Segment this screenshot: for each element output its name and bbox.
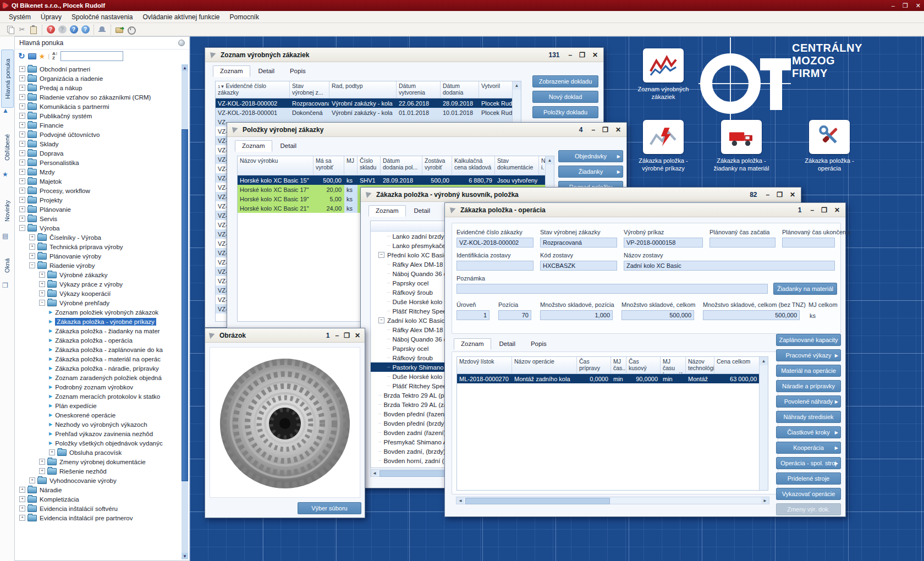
column-header-mzdov-l-stok[interactable]: Mzdový lístok: [457, 357, 512, 373]
menu-search-input[interactable]: [61, 51, 123, 61]
close-button[interactable]: ✕: [355, 332, 360, 339]
column-header-kalkula-n[interactable]: Kalkulačná cena skladová: [452, 156, 495, 175]
tree-expander-icon[interactable]: +: [19, 487, 25, 493]
tree-expander-icon[interactable]: +: [19, 94, 25, 100]
operation-button-materi-l-na-oper-cie[interactable]: Materiál na operácie: [776, 365, 841, 377]
tree-expander-icon[interactable]: +: [19, 160, 25, 166]
sidebar-item-v-robn-preh-ady[interactable]: −Výrobné prehľady: [16, 298, 180, 307]
sidebar-item-majetok[interactable]: +Majetok: [16, 177, 180, 186]
order-row[interactable]: VZ-KOL-2018-000001DokončenáVýrobní zakáz…: [216, 108, 521, 117]
window-title-bar[interactable]: Zoznam výrobných zákaziek 131 – ❐ ✕: [205, 48, 603, 62]
sidebar-item-publika-n-syst-m[interactable]: +Publikačný systém: [16, 111, 180, 120]
field-v-robn-pr-kaz[interactable]: VP-2018-0000158: [624, 238, 703, 248]
tree-expander-icon[interactable]: +: [19, 515, 25, 521]
tree-expander-icon[interactable]: +: [19, 178, 25, 184]
tree-expander-icon[interactable]: +: [19, 85, 25, 91]
side-tab-novinky[interactable]: Novinky: [1, 189, 13, 232]
tree-expander-icon[interactable]: +: [19, 216, 25, 222]
sidebar-item-doprava[interactable]: +Doprava: [16, 148, 180, 158]
column-header-eviden-n-slo[interactable]: 1▼Evidenčné číslo zákazky: [216, 81, 290, 98]
sidebar-item-procesy-workflow[interactable]: +Procesy, workflow: [16, 186, 180, 195]
orders-tab-detail[interactable]: Detail: [251, 65, 282, 77]
table-vertical-scrollbar[interactable]: ▲: [759, 357, 768, 490]
bom-collapse-icon[interactable]: −: [378, 317, 384, 323]
sidebar-item-polo-ky-v-etk-ch-objedn-vok-vydan-c[interactable]: ▶Položky všetkých objednávok vydanýc: [16, 438, 180, 448]
column-header-d-tum[interactable]: Dátum vytvorenia: [397, 81, 441, 98]
sidebar-item-n-radie[interactable]: +Náradie: [16, 485, 180, 494]
tree-expander-icon[interactable]: +: [19, 75, 25, 81]
column-header-mj-asu[interactable]: MJ času kusového: [661, 357, 686, 373]
scroll-up-icon[interactable]: ▲: [513, 81, 521, 90]
close-button[interactable]: ✕: [615, 126, 621, 134]
operation-horizontal-scrollbar[interactable]: ◄ ►: [456, 497, 769, 504]
scroll-up-icon[interactable]: ▲: [760, 357, 768, 365]
operation-tab-detail[interactable]: Detail: [492, 338, 522, 350]
maximize-button[interactable]: ❐: [579, 51, 585, 59]
menu-item-pravy[interactable]: Úpravy: [36, 12, 66, 22]
copy-icon[interactable]: [6, 25, 15, 35]
column-header-n-zov[interactable]: Názov technológie: [686, 357, 714, 373]
scroll-left-icon[interactable]: ◄: [457, 497, 464, 504]
desktop-tile-z-kazka-polo-ka-iadanky-na-materi-l[interactable]: Zákazka položka - žiadanky na materiál: [711, 120, 772, 173]
sidebar-item-technick-pr-prava-v-roby[interactable]: +Technická príprava výroby: [16, 242, 180, 251]
bom-collapse-icon[interactable]: −: [378, 252, 384, 258]
sidebar-item-v-roba[interactable]: −Výroba: [16, 223, 180, 233]
operation-button-oper-cia-spol-stroj[interactable]: Operácia - spol. stroj▶: [776, 457, 841, 469]
tree-expander-icon[interactable]: +: [19, 505, 25, 512]
minimize-button[interactable]: –: [591, 126, 595, 134]
tree-expander-icon[interactable]: +: [49, 449, 55, 455]
operation-button-n-radie-a-pr-pravky[interactable]: Náradie a prípravky: [776, 380, 841, 392]
nav-options-icon[interactable]: [178, 40, 185, 46]
bom-tab-detail[interactable]: Detail: [407, 205, 437, 217]
sidebar-item-pl-novanie-v-roby[interactable]: +Plánovanie výroby: [16, 251, 180, 261]
operation-button-n-hrady-stredisiek[interactable]: Náhrady stredisiek: [776, 411, 841, 423]
sidebar-item-seln-ky-v-roba[interactable]: +Číselníky - Výroba: [16, 233, 180, 242]
export-icon[interactable]: ➜: [114, 25, 124, 35]
close-button[interactable]: ✕: [790, 191, 795, 199]
field-poz-cia[interactable]: 70: [498, 310, 531, 320]
tree-expander-icon[interactable]: +: [29, 477, 35, 483]
menu-item-spolo-n-nastavenia[interactable]: Spoločné nastavenia: [67, 12, 137, 22]
help-icon[interactable]: ?: [46, 25, 56, 35]
sidebar-item-rie-enie-nezh-d[interactable]: +Riešenie nezhôd: [16, 466, 180, 476]
operation-button-povolen-n-hrady[interactable]: Povolené náhrady▶: [776, 395, 841, 408]
sidebar-item-obsluha-pracov-sk[interactable]: +Obsluha pracovísk: [16, 448, 180, 457]
column-header-n-zov-v-robku[interactable]: Názov výrobku: [238, 156, 314, 175]
field-stav-v-robnej-z-kazky[interactable]: Rozpracovaná: [540, 238, 617, 248]
user-help-icon[interactable]: ?: [80, 25, 90, 35]
app-close-button[interactable]: ✕: [916, 2, 921, 9]
operation-button-pracovn-v-kazy[interactable]: Pracovné výkazy▶: [776, 349, 841, 361]
sidebar-item-nezhody-vo-v-robn-ch-v-kazoch[interactable]: ▶Nezhody vo výrobných výkazoch: [16, 420, 180, 429]
app-minimize-button[interactable]: –: [892, 2, 895, 9]
sidebar-item-organiz-cia-a-riadenie[interactable]: +Organizácia a riadenie: [16, 74, 180, 83]
column-header-as-pr-pravy[interactable]: Čas prípravy: [577, 357, 611, 373]
sidebar-item-predaj-a-n-kup[interactable]: +Predaj a nákup: [16, 83, 180, 92]
side-tab-okna[interactable]: Okná: [1, 250, 13, 282]
file-select-button[interactable]: Výber súboru: [298, 502, 361, 514]
sidebar-item-sklady[interactable]: +Sklady: [16, 139, 180, 148]
column-header-stav[interactable]: Stav výrobnej z...: [290, 81, 329, 98]
tree-expander-icon[interactable]: +: [19, 113, 25, 119]
column-header-slo[interactable]: Číslo skladu: [358, 156, 381, 175]
sidebar-item-projekty[interactable]: +Projekty: [16, 195, 180, 205]
column-header-rad-podtyp[interactable]: Rad, podtyp: [329, 81, 397, 98]
items-tab-detail[interactable]: Detail: [273, 140, 304, 152]
tree-expander-icon[interactable]: −: [19, 225, 25, 231]
context-help-icon[interactable]: ?: [57, 25, 67, 35]
favorite-star-icon[interactable]: ★: [39, 52, 46, 61]
window-title-bar[interactable]: Zákazka položka - výrobný kusovník, polo…: [361, 188, 801, 202]
tree-expander-icon[interactable]: +: [19, 188, 25, 194]
request-material-button[interactable]: Žiadanky na materiál: [773, 283, 837, 295]
side-tab-oblubene[interactable]: Obľúbené: [1, 124, 13, 170]
tree-expander-icon[interactable]: +: [39, 272, 45, 278]
cut-icon[interactable]: ✂: [17, 25, 27, 35]
sidebar-item-podvojn-tovn-ctvo[interactable]: +Podvojné účtovníctvo: [16, 130, 180, 139]
operation-button-zmeny-v-r-dok[interactable]: Zmeny výr. dok.: [776, 503, 841, 515]
sidebar-item-servis[interactable]: +Servis: [16, 214, 180, 223]
bom-tab-zoznam[interactable]: Zoznam: [369, 205, 406, 217]
tree-expander-icon[interactable]: +: [39, 468, 45, 474]
field-poznamka[interactable]: [457, 284, 768, 294]
orders-tab-zoznam[interactable]: Zoznam: [213, 65, 250, 77]
desktop-tile-zoznam-v-robn-ch-z-kaziek[interactable]: Zoznam výrobných zákaziek: [633, 48, 694, 101]
maximize-button[interactable]: ❐: [344, 332, 350, 339]
